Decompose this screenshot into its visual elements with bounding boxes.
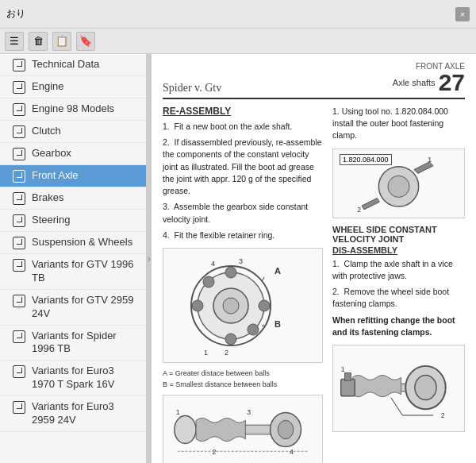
sidebar-item-gearbox[interactable]: Gearbox xyxy=(0,143,146,165)
svg-point-8 xyxy=(203,276,214,287)
sidebar-item-brakes[interactable]: Brakes xyxy=(0,187,146,210)
svg-text:4: 4 xyxy=(211,260,215,268)
sidebar-icon-variants-euro3-1970 xyxy=(13,365,25,378)
svg-text:2: 2 xyxy=(357,206,361,213)
main-layout: Technical Data Engine Engine 98 Models C… xyxy=(0,54,476,463)
svg-text:3: 3 xyxy=(239,257,243,265)
toolbar-btn-copy[interactable]: 📋 xyxy=(52,32,71,51)
cv-joint-diagram-box: A B 1 2 3 4 xyxy=(163,248,323,363)
disassembly-title: DIS-ASSEMBLY xyxy=(332,245,465,255)
svg-line-11 xyxy=(263,277,264,280)
sidebar-icon-variants-spider1996 xyxy=(13,330,25,343)
sidebar-item-variants-gtv1996[interactable]: Variants for GTV 1996 TB xyxy=(0,254,146,290)
step-2: 2. If disassembled previously, re-assemb… xyxy=(163,137,323,197)
svg-rect-42 xyxy=(341,379,355,395)
sidebar-item-variants-spider1996[interactable]: Variants for Spider 1996 TB xyxy=(0,326,146,361)
toolbar-btn-1[interactable]: ☰ xyxy=(5,32,24,51)
sidebar-icon-variants-gtv2959 xyxy=(13,295,25,307)
wheel-side-svg: 2 1 xyxy=(333,349,464,428)
sidebar-label-technical-data: Technical Data xyxy=(32,58,99,71)
svg-point-19 xyxy=(174,415,195,443)
svg-point-9 xyxy=(248,324,259,335)
dis-step-2: 2. Remove the wheel side boot fastening … xyxy=(332,286,465,310)
sidebar-item-suspension[interactable]: Suspension & Wheels xyxy=(0,232,146,254)
content-area: Spider v. Gtv FRONT AXLE Axle shafts 27 … xyxy=(152,54,476,463)
sidebar: Technical Data Engine Engine 98 Models C… xyxy=(0,54,147,463)
close-button[interactable]: × xyxy=(455,7,470,21)
svg-rect-43 xyxy=(345,373,351,381)
sidebar-icon-front-axle xyxy=(13,170,25,183)
sidebar-label-gearbox: Gearbox xyxy=(32,147,71,160)
svg-text:2: 2 xyxy=(225,349,228,357)
step-3: 3. Assemble the gearbox side constant ve… xyxy=(163,201,323,225)
sidebar-icon-brakes xyxy=(13,192,25,205)
left-column: RE-ASSEMBLY 1. Fit a new boot on the axl… xyxy=(163,106,323,463)
svg-text:1: 1 xyxy=(204,349,208,357)
svg-text:2: 2 xyxy=(212,448,216,456)
toolbar-btn-delete[interactable]: 🗑 xyxy=(29,32,48,51)
sidebar-icon-variants-euro3-2959 xyxy=(13,401,25,414)
dis-step-3: When refitting change the boot and its f… xyxy=(332,314,465,338)
sidebar-label-variants-euro3-1970: Variants for Euro3 1970 T Spark 16V xyxy=(32,365,140,392)
svg-line-13 xyxy=(262,325,264,326)
part-num-outer-label: 1.820.084.000 xyxy=(340,154,392,165)
sidebar-icon-engine98 xyxy=(13,103,25,116)
sidebar-label-brakes: Brakes xyxy=(32,191,63,205)
disassembly-steps-list: 1. Clamp the axle shaft in a vice with p… xyxy=(332,258,465,338)
sidebar-item-technical-data[interactable]: Technical Data xyxy=(0,54,146,76)
svg-text:3: 3 xyxy=(247,407,251,415)
reassembly-steps-list: 1. Fit a new boot on the axle shaft. 2. … xyxy=(163,121,323,241)
diagram-label-a: A = Greater distace between balls xyxy=(163,369,323,377)
sidebar-item-engine[interactable]: Engine xyxy=(0,76,146,98)
sidebar-icon-steering xyxy=(13,214,25,227)
svg-text:4: 4 xyxy=(289,448,293,456)
top-bar: おり × xyxy=(0,0,476,29)
doc-header-right: FRONT AXLE Axle shafts 27 xyxy=(393,62,465,95)
sidebar-label-clutch: Clutch xyxy=(32,125,61,138)
wheel-side-title: WHEEL SIDE CONSTANT VELOCITY JOINT xyxy=(332,225,465,244)
sidebar-label-variants-spider1996: Variants for Spider 1996 TB xyxy=(32,330,140,357)
svg-text:1: 1 xyxy=(341,365,345,373)
outer-boot-diagram-top: 1.820.084.000 1 2 xyxy=(332,149,465,218)
sidebar-item-front-axle[interactable]: Front Axle xyxy=(0,165,146,187)
axle-svg: 1 2 3 4 xyxy=(170,398,317,461)
cv-joint-svg: A B 1 2 3 4 xyxy=(167,252,318,359)
step-4: 4. Fit the flexible retainer ring. xyxy=(163,230,323,241)
sidebar-item-variants-euro3-2959[interactable]: Variants for Euro3 2959 24V xyxy=(0,396,146,432)
sidebar-icon-technical-data xyxy=(13,59,25,71)
reassembly-title: RE-ASSEMBLY xyxy=(163,106,323,117)
sidebar-item-clutch[interactable]: Clutch xyxy=(0,121,146,143)
right-step-1: 1. Using tool no. 1.820.084.000 install … xyxy=(332,106,465,142)
sidebar-icon-variants-gtv1996 xyxy=(13,259,25,272)
sidebar-icon-suspension xyxy=(13,237,25,249)
svg-text:1: 1 xyxy=(175,407,179,415)
svg-point-21 xyxy=(278,420,293,438)
svg-point-41 xyxy=(415,375,436,399)
toolbar-btn-bookmark[interactable]: 🔖 xyxy=(76,32,95,51)
wheel-side-diagram: 2 1 xyxy=(332,345,465,432)
sidebar-label-variants-gtv1996: Variants for GTV 1996 TB xyxy=(32,258,140,285)
sidebar-icon-gearbox xyxy=(13,148,25,160)
sidebar-item-engine98[interactable]: Engine 98 Models xyxy=(0,98,146,121)
svg-point-6 xyxy=(192,300,203,311)
svg-point-7 xyxy=(259,300,270,311)
sidebar-icon-engine xyxy=(13,81,25,94)
svg-point-36 xyxy=(388,176,409,197)
sidebar-label-variants-gtv2959: Variants for GTV 2959 24V xyxy=(32,294,140,321)
sidebar-item-variants-euro3-1970[interactable]: Variants for Euro3 1970 T Spark 16V xyxy=(0,361,146,396)
sidebar-label-steering: Steering xyxy=(32,214,70,227)
doc-page-number: 27 xyxy=(439,71,465,95)
sidebar-item-steering[interactable]: Steering xyxy=(0,210,146,232)
sidebar-label-suspension: Suspension & Wheels xyxy=(32,236,132,249)
svg-text:2: 2 xyxy=(441,411,445,419)
axle-diagram-box: 1 2 3 4 xyxy=(163,395,323,463)
doc-title: おり xyxy=(6,7,25,21)
doc-subsection: Axle shafts xyxy=(393,78,436,87)
sidebar-item-variants-gtv2959[interactable]: Variants for GTV 2959 24V xyxy=(0,290,146,326)
svg-text:A: A xyxy=(274,266,281,276)
svg-text:B: B xyxy=(274,319,281,329)
sidebar-label-front-axle: Front Axle xyxy=(32,169,79,183)
toolbar: ☰ 🗑 📋 🔖 xyxy=(0,29,476,54)
svg-text:1: 1 xyxy=(428,156,432,164)
diagram-label-b: B = Smallest distance between balls xyxy=(163,380,323,388)
